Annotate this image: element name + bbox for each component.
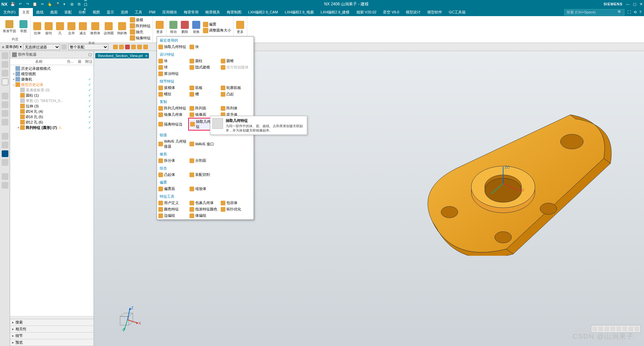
menu-item[interactable]: 分割面 bbox=[188, 157, 219, 164]
ribbon-small-button[interactable]: 拔模 bbox=[129, 17, 151, 23]
ribbon-button[interactable]: 合并 bbox=[66, 17, 77, 41]
command-search[interactable]: 按索 (Ctrl+Space) 🔍 bbox=[564, 9, 625, 15]
restore-icon[interactable]: ▢ bbox=[633, 2, 636, 6]
menu-item[interactable]: 螺纹 bbox=[157, 91, 188, 97]
filter-icon[interactable] bbox=[61, 44, 67, 50]
ribbon-tab[interactable]: 工具 bbox=[131, 8, 146, 16]
menu-item[interactable]: 装配切割 bbox=[188, 171, 219, 178]
ribbon-small-button[interactable]: 阵列特征 bbox=[129, 23, 151, 29]
ribbon-button[interactable]: 删除 bbox=[179, 17, 190, 38]
tree-row[interactable]: 拉伸 (3)✓ bbox=[10, 103, 94, 109]
view-btn-6[interactable] bbox=[622, 326, 628, 332]
tree-row[interactable]: Ø24 孔 (4)✓ bbox=[10, 109, 94, 114]
sel-icon-5[interactable] bbox=[137, 45, 142, 49]
menu-item[interactable]: 隐式建模 bbox=[188, 64, 219, 70]
nav-icon-3[interactable] bbox=[2, 79, 8, 85]
view-btn-7[interactable] bbox=[628, 326, 634, 332]
h-scrollbar[interactable] bbox=[10, 316, 94, 319]
window-icon[interactable]: ⊞ bbox=[69, 1, 74, 7]
menu-item[interactable]: WAVE 接口 bbox=[188, 138, 219, 150]
ribbon-button[interactable]: 更多 bbox=[235, 17, 246, 38]
tree-row[interactable]: Ø12 孔 (6)✓ bbox=[10, 119, 94, 125]
menu-item[interactable]: 块 bbox=[157, 58, 188, 64]
settings-icon[interactable] bbox=[2, 52, 8, 59]
ribbon-button[interactable]: 移动 bbox=[168, 17, 179, 38]
menu-item[interactable]: 算法特征 bbox=[157, 70, 188, 77]
nav-icon-4[interactable] bbox=[2, 93, 8, 99]
menu-item[interactable]: 抽取几何特征 bbox=[157, 44, 188, 50]
window-dd[interactable]: 窗口▾ bbox=[84, 1, 89, 7]
fullscreen-icon[interactable]: ⛶ bbox=[627, 10, 631, 14]
menu-item[interactable]: 颜色特征 bbox=[157, 206, 188, 212]
ribbon-button[interactable]: 基准平面 bbox=[1, 17, 17, 37]
ribbon-tab[interactable]: 文件(F) bbox=[0, 8, 19, 16]
ribbon-button[interactable]: 孔 bbox=[55, 17, 65, 41]
ribbon-tab[interactable]: 能新 V20.02 bbox=[353, 8, 380, 16]
ribbon-button[interactable]: 修剪体 bbox=[89, 17, 102, 41]
accordion-header[interactable]: ▸相关性 bbox=[10, 326, 94, 333]
tree-row[interactable]: 草图 (2) "SKETCH_0...✓ bbox=[10, 98, 94, 103]
ribbon-small-button[interactable]: 镜像特征 bbox=[129, 35, 151, 41]
tree-row[interactable]: –模型历史记录✓ bbox=[10, 82, 94, 87]
sel-icon-6[interactable] bbox=[143, 45, 148, 49]
view-btn-8[interactable] bbox=[634, 326, 640, 332]
switch-icon[interactable]: ⧉ bbox=[76, 1, 82, 7]
tree-row[interactable]: 基准坐标系 (0)✓ bbox=[10, 87, 94, 93]
ribbon-tab[interactable]: 视图 bbox=[89, 8, 103, 16]
ribbon-tab[interactable]: PMI bbox=[146, 8, 159, 16]
sel-icon-4[interactable] bbox=[131, 45, 136, 49]
ribbon-small-button[interactable]: 抽壳 bbox=[129, 29, 151, 35]
panel-close-icon[interactable]: ▢ bbox=[88, 52, 92, 57]
ribbon-tab[interactable]: 显示 bbox=[103, 8, 117, 16]
help-icon[interactable]: ? bbox=[639, 10, 641, 14]
view-btn-2[interactable] bbox=[598, 326, 603, 332]
menu-item[interactable]: 用户定义 bbox=[157, 200, 188, 206]
tree-row[interactable]: +模型视图 bbox=[10, 71, 94, 77]
ribbon-tab[interactable]: 曲面 bbox=[47, 8, 61, 16]
file-tab[interactable]: Revolved_Section_View.prt ✕ bbox=[95, 53, 149, 58]
menu-item[interactable]: 包裹几何体 bbox=[188, 200, 219, 206]
ribbon-button[interactable]: 倒斜角 bbox=[116, 17, 128, 41]
ribbon-button[interactable]: 减去 bbox=[77, 17, 88, 41]
menu-item[interactable]: 阵列面 bbox=[188, 105, 219, 111]
view-triad[interactable]: X Y Z bbox=[114, 306, 141, 333]
ribbon-button[interactable]: 更多 bbox=[154, 17, 165, 38]
menu-item[interactable]: 凸起体 bbox=[157, 171, 188, 178]
ribbon-tab[interactable]: 星空 V8.0 bbox=[380, 8, 402, 16]
sel-icon-1[interactable] bbox=[113, 45, 118, 49]
menu-item[interactable]: 包容体 bbox=[219, 200, 251, 206]
ribbon-tab[interactable]: 分析 bbox=[75, 8, 89, 16]
ribbon-tab[interactable]: 曲线 bbox=[33, 8, 47, 16]
accordion-header[interactable]: ▸预览 bbox=[10, 339, 94, 346]
view-btn-1[interactable] bbox=[592, 326, 597, 332]
nav-icon-6[interactable] bbox=[2, 110, 8, 117]
menu-item[interactable]: 阵列几何特征 bbox=[157, 105, 188, 111]
menu-item[interactable]: 筋板 bbox=[188, 85, 219, 91]
tree-row[interactable]: +阵列特征 [圆形] (7)⚠✓ bbox=[10, 125, 94, 130]
menu-item[interactable]: WAVE 几何链接器 bbox=[157, 138, 188, 150]
view-btn-3[interactable] bbox=[604, 326, 609, 332]
nav-icon-8[interactable] bbox=[2, 133, 8, 140]
menu-item[interactable]: 偏置面 bbox=[157, 186, 188, 192]
menu-item[interactable]: 轮廓筋板 bbox=[219, 85, 251, 91]
cut-icon[interactable]: ✂ bbox=[40, 1, 45, 7]
menu-item[interactable]: 阵列体 bbox=[219, 105, 251, 111]
ribbon-tab[interactable]: LXH编程2.9_建模 bbox=[317, 8, 353, 16]
reset-icon[interactable]: ⟲ bbox=[634, 10, 637, 14]
menu-item[interactable]: 拆分体 bbox=[157, 157, 188, 164]
menu-item[interactable]: 体编组 bbox=[188, 212, 219, 219]
tree-row[interactable]: Ø18 孔 (5)✓ bbox=[10, 114, 94, 119]
ribbon-button[interactable]: 边倒圆 bbox=[102, 17, 115, 41]
ribbon-tab[interactable]: LXH编程2.9_电极 bbox=[281, 8, 317, 16]
ribbon-small-button[interactable]: 偏置 bbox=[202, 21, 232, 28]
feature-tree[interactable]: 历史记录建模模式+模型视图+摄像机✓–模型历史记录✓基准坐标系 (0)✓圆柱 (… bbox=[10, 65, 94, 316]
menu-item[interactable]: 球 bbox=[157, 64, 188, 70]
col-current[interactable]: 当... bbox=[65, 59, 75, 64]
menu-button[interactable]: 菜单(M) bbox=[5, 44, 18, 49]
menu-item[interactable]: 缩放体 bbox=[188, 186, 219, 192]
nav-icon-1[interactable] bbox=[2, 61, 8, 68]
ribbon-button[interactable]: 拉伸 bbox=[32, 17, 43, 41]
tree-row[interactable]: +摄像机✓ bbox=[10, 77, 94, 82]
ribbon-button[interactable]: 旋转 bbox=[43, 17, 54, 41]
minimize-icon[interactable]: — bbox=[626, 2, 630, 6]
